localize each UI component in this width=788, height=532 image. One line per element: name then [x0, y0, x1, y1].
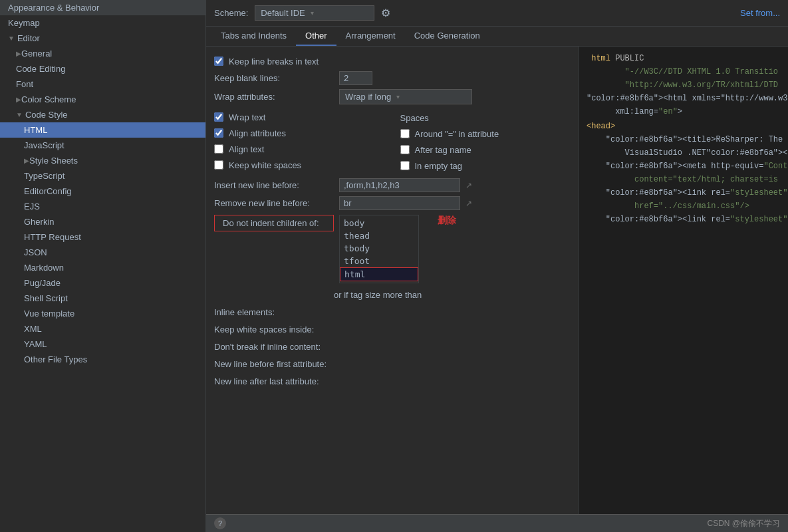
- code-line: xml:lang="en">: [579, 105, 788, 118]
- sidebar-item-label: Code Editing: [16, 64, 65, 74]
- set-from-link[interactable]: Set from...: [740, 8, 780, 18]
- do-not-indent-label: Do not indent children of:: [214, 215, 334, 231]
- insert-new-line-input[interactable]: [339, 178, 460, 192]
- keep-blank-lines-row: Keep blank lines:: [206, 69, 578, 87]
- sidebar-item-gherkin[interactable]: Gherkin: [0, 214, 205, 229]
- around-eq-label: Around "=" in attribute: [415, 129, 499, 139]
- sidebar-item-javascript[interactable]: JavaScript: [0, 138, 205, 153]
- sidebar-item-yaml[interactable]: YAML: [0, 336, 205, 352]
- sidebar-item-markdown[interactable]: Markdown: [0, 260, 205, 275]
- code-line: href="../css/main.css"/>: [579, 200, 788, 213]
- bottom-bar: ? CSDN @偷偷不学习: [206, 514, 788, 532]
- around-eq-row: Around "=" in attribute: [392, 126, 579, 142]
- sidebar-item-style-sheets[interactable]: ▶ Style Sheets: [0, 153, 205, 168]
- sidebar-item-editorconfig[interactable]: EditorConfig: [0, 184, 205, 199]
- in-empty-tag-row: In empty tag: [392, 158, 579, 174]
- code-line: VisualStudio .NET"color:#e8bf6a"></title…: [579, 146, 788, 160]
- settings-panel: Keep line breaks in text Keep blank line…: [206, 47, 579, 514]
- keep-blank-lines-label: Keep blank lines:: [214, 73, 334, 83]
- remove-new-line-row: Remove new line before: ↗: [206, 194, 578, 212]
- help-button[interactable]: ?: [214, 517, 226, 529]
- preview-panel: html PUBLIC "-//W3C//DTD XHTML 1.0 Trans…: [579, 47, 788, 514]
- align-text-checkbox[interactable]: [214, 144, 223, 154]
- gear-icon[interactable]: ⚙: [381, 7, 390, 19]
- sidebar-item-other-file-types[interactable]: Other File Types: [0, 352, 205, 367]
- content-area: Scheme: Default IDE ▾ ⚙ Set from... Tabs…: [206, 0, 788, 532]
- delete-button[interactable]: 删除: [438, 215, 456, 227]
- expand-icon[interactable]: ↗: [465, 181, 472, 190]
- or-tag-size-row: or if tag size more than: [206, 286, 578, 303]
- sidebar-item-label: Pug/Jade: [24, 278, 61, 288]
- sidebar-item-pug/jade[interactable]: Pug/Jade: [0, 275, 205, 291]
- sidebar-item-ejs[interactable]: EJS: [0, 199, 205, 214]
- code-line: "http://www.w3.org/TR/xhtml1/DTD: [579, 78, 788, 92]
- around-eq-checkbox[interactable]: [400, 129, 410, 138]
- chevron-right-icon: ▶: [16, 96, 21, 103]
- split-content: Keep line breaks in text Keep blank line…: [206, 47, 788, 514]
- sidebar-item-label: XML: [24, 324, 42, 334]
- sidebar-item-general[interactable]: ▶ General: [0, 46, 205, 61]
- sidebar-group-label: Code Style: [25, 110, 68, 120]
- scheme-dropdown[interactable]: Default IDE ▾: [255, 5, 374, 21]
- align-attributes-row: Align attributes: [206, 125, 392, 141]
- sidebar-item-appearance-&-behavior[interactable]: Appearance & Behavior: [0, 0, 205, 15]
- sidebar-item-label: Style Sheets: [29, 156, 78, 166]
- sidebar-item-shell-script[interactable]: Shell Script: [0, 291, 205, 306]
- keep-white-spaces-inside-row: Keep white spaces inside:: [206, 321, 578, 338]
- after-tag-name-row: After tag name: [392, 142, 579, 158]
- keep-blank-lines-input[interactable]: [339, 71, 372, 85]
- code-line: "color:#e8bf6a"><title>ReSharper: The Mo…: [579, 133, 788, 146]
- tab-other[interactable]: Other: [296, 27, 336, 46]
- code-line: "color:#e8bf6a"><meta http-equiv="Conten…: [579, 160, 788, 173]
- sidebar-item-vue-template[interactable]: Vue template: [0, 306, 205, 321]
- wrap-text-checkbox[interactable]: [214, 112, 223, 122]
- children-item-tfoot: tfoot: [340, 255, 418, 267]
- sidebar-item-label: Other File Types: [24, 354, 87, 364]
- remove-new-line-input[interactable]: [339, 196, 460, 210]
- align-attributes-checkbox[interactable]: [214, 128, 223, 138]
- expand-icon-2[interactable]: ↗: [465, 199, 472, 208]
- new-line-first-attr-label: New line before first attribute:: [214, 359, 334, 369]
- do-not-indent-section: Do not indent children of: bodytheadtbod…: [206, 212, 578, 286]
- sidebar-group-editor[interactable]: ▼Editor: [0, 31, 205, 46]
- sidebar-group-code-style[interactable]: ▼Code Style: [0, 107, 205, 122]
- sidebar-item-typescript[interactable]: TypeScript: [0, 168, 205, 184]
- tab-arrangement[interactable]: Arrangement: [336, 27, 405, 46]
- tab-tabs-and-indents[interactable]: Tabs and Indents: [211, 27, 296, 46]
- in-empty-tag-checkbox[interactable]: [400, 161, 410, 170]
- remove-new-line-label: Remove new line before:: [214, 198, 334, 208]
- sidebar-item-label: JavaScript: [24, 140, 65, 150]
- sidebar-item-xml[interactable]: XML: [0, 321, 205, 336]
- or-tag-size-label: or if tag size more than: [214, 290, 422, 300]
- inline-elements-row: Inline elements:: [206, 303, 578, 321]
- keep-line-breaks-checkbox[interactable]: [214, 57, 223, 66]
- sidebar-item-color-scheme[interactable]: ▶ Color Scheme: [0, 92, 205, 107]
- sidebar-item-font[interactable]: Font: [0, 76, 205, 92]
- wrap-attributes-dropdown[interactable]: Wrap if long ▾: [339, 89, 472, 104]
- sidebar-item-html[interactable]: HTML: [0, 122, 205, 138]
- sidebar-item-code-editing[interactable]: Code Editing: [0, 61, 205, 76]
- sidebar-item-label: EditorConfig: [24, 186, 72, 196]
- sidebar-item-label: JSON: [24, 247, 47, 257]
- insert-new-line-row: Insert new line before: ↗: [206, 176, 578, 194]
- children-item-html[interactable]: html: [340, 267, 418, 281]
- keep-white-spaces-checkbox[interactable]: [214, 160, 223, 170]
- after-tag-name-checkbox[interactable]: [400, 145, 410, 154]
- code-line: "color:#e8bf6a"><link rel="stylesheet" t…: [579, 213, 788, 226]
- sidebar-item-keymap[interactable]: Keymap: [0, 15, 205, 31]
- dont-break-row: Don't break if inline content:: [206, 338, 578, 355]
- children-item-tbody: tbody: [340, 242, 418, 255]
- keep-white-spaces-label: Keep white spaces: [229, 160, 301, 170]
- sidebar-item-json[interactable]: JSON: [0, 245, 205, 260]
- sidebar-item-label: HTTP Request: [24, 232, 81, 242]
- code-line: "color:#e8bf6a"><html xmlns="http://www.…: [579, 92, 788, 105]
- children-list: bodytheadtbodytfoothtml: [339, 215, 419, 283]
- new-line-first-attr-row: New line before first attribute:: [206, 355, 578, 372]
- sidebar-item-http-request[interactable]: HTTP Request: [0, 229, 205, 245]
- keep-line-breaks-label: Keep line breaks in text: [229, 57, 319, 66]
- tab-code-generation[interactable]: Code Generation: [405, 27, 489, 46]
- wrap-text-label: Wrap text: [229, 112, 265, 122]
- sidebar-item-label: Color Scheme: [21, 94, 76, 104]
- wrap-text-row: Wrap text: [206, 109, 392, 125]
- dont-break-label: Don't break if inline content:: [214, 342, 334, 352]
